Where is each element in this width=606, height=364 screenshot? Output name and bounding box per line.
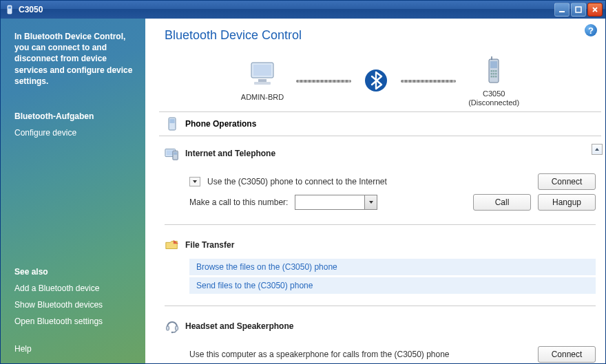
internet-title: Internet and Telephone: [185, 149, 275, 158]
pc-node: ADMIN-BRD: [241, 61, 284, 102]
headset-header: Headset and Speakerphone: [165, 314, 596, 338]
app-window: C3050 In Bluetooth Device Control, you c…: [0, 0, 606, 364]
hangup-button[interactable]: Hangup: [538, 194, 596, 211]
connection-line: [401, 80, 456, 83]
internet-header: Internet and Telephone: [165, 142, 596, 165]
svg-rect-1: [8, 7, 11, 9]
window-body: In Bluetooth Device Control, you can con…: [1, 19, 605, 363]
file-transfer-section: File Transfer Browse the files on the (C…: [165, 233, 596, 296]
phone-ops-title: Phone Operations: [185, 119, 256, 129]
sidebar: In Bluetooth Device Control, you can con…: [1, 19, 145, 363]
svg-rect-2: [559, 11, 565, 12]
headset-title: Headset and Speakerphone: [185, 321, 293, 331]
call-button[interactable]: Call: [473, 194, 531, 211]
svg-point-29: [171, 332, 174, 334]
show-devices-link[interactable]: Show Bluetooth devices: [14, 300, 133, 310]
tasks-heading: Bluetooth-Aufgaben: [14, 111, 133, 121]
svg-rect-28: [176, 326, 178, 330]
connection-line: [296, 80, 351, 83]
svg-rect-26: [174, 153, 177, 156]
phone-node: C3050 (Disconnected): [468, 55, 519, 107]
svg-rect-3: [576, 7, 581, 12]
topology-diagram: ADMIN-BRD: [165, 55, 596, 107]
page-title: Bluetooth Device Control: [165, 28, 596, 43]
svg-rect-6: [258, 79, 267, 82]
device-label: C3050 (Disconnected): [468, 89, 519, 107]
window-title: C3050: [19, 5, 554, 14]
device-status: (Disconnected): [468, 98, 519, 107]
svg-rect-15: [491, 73, 493, 75]
help-icon[interactable]: ?: [585, 24, 597, 36]
add-device-link[interactable]: Add a Bluetooth device: [14, 283, 133, 293]
svg-rect-13: [493, 70, 495, 72]
cellphone-icon: [485, 55, 503, 87]
internet-section: Internet and Telephone Use the (C3050) p…: [165, 142, 596, 222]
seealso-section: See also Add a Bluetooth device Show Blu…: [14, 267, 133, 354]
headset-icon: [165, 319, 180, 334]
divider: [165, 224, 596, 225]
svg-rect-17: [495, 73, 497, 75]
minimize-button[interactable]: [554, 3, 570, 17]
connect-button[interactable]: Connect: [538, 173, 596, 190]
phone-number-combo[interactable]: [295, 195, 377, 210]
monitor-icon: [247, 61, 278, 90]
folder-transfer-icon: [165, 237, 180, 253]
help-link[interactable]: Help: [14, 344, 133, 354]
svg-rect-16: [493, 73, 495, 75]
svg-rect-22: [170, 119, 175, 123]
scroll-up-button[interactable]: [592, 144, 603, 155]
expand-toggle[interactable]: [189, 177, 200, 186]
headset-connect-button[interactable]: Connect: [538, 346, 596, 363]
sidebar-description: In Bluetooth Device Control, you can con…: [14, 31, 133, 87]
content-area: ? Bluetooth Device Control ADMIN-BRD: [145, 19, 605, 363]
svg-rect-7: [254, 82, 271, 85]
phone-icon: [5, 5, 14, 14]
svg-rect-20: [495, 76, 497, 78]
close-button[interactable]: [587, 3, 603, 17]
open-settings-link[interactable]: Open Bluetooth settings: [14, 317, 133, 326]
browse-files-link[interactable]: Browse the files on the (C3050) phone: [189, 259, 596, 275]
divider: [165, 306, 596, 306]
ft-title: File Transfer: [185, 240, 234, 250]
ft-header: File Transfer: [165, 233, 596, 257]
bluetooth-icon: [364, 68, 388, 94]
headset-text: Use this computer as a speakerphone for …: [189, 350, 450, 359]
phone-operations-header: Phone Operations: [159, 111, 601, 136]
svg-rect-27: [167, 326, 169, 330]
svg-rect-12: [491, 70, 493, 72]
svg-rect-18: [491, 76, 493, 78]
chevron-down-icon: [364, 195, 377, 209]
svg-rect-5: [253, 65, 271, 76]
send-files-link[interactable]: Send files to the (C3050) phone: [189, 277, 596, 294]
internet-phone-icon: [165, 146, 180, 161]
svg-rect-10: [490, 61, 497, 68]
use-phone-text: Use the (C3050) phone to connect to the …: [207, 177, 387, 186]
svg-rect-14: [495, 70, 497, 72]
seealso-heading: See also: [14, 267, 133, 277]
bluetooth-node: [364, 68, 388, 94]
titlebar: C3050: [1, 1, 605, 19]
svg-rect-19: [493, 76, 495, 78]
window-controls: [554, 3, 603, 17]
maximize-button[interactable]: [571, 3, 586, 17]
pc-label: ADMIN-BRD: [241, 93, 284, 102]
configure-device-link[interactable]: Configure device: [14, 128, 133, 138]
call-label: Make a call to this number:: [189, 197, 288, 207]
device-name: C3050: [483, 89, 505, 98]
phone-ops-icon: [165, 116, 180, 131]
headset-section: Headset and Speakerphone Use this comput…: [165, 314, 596, 364]
